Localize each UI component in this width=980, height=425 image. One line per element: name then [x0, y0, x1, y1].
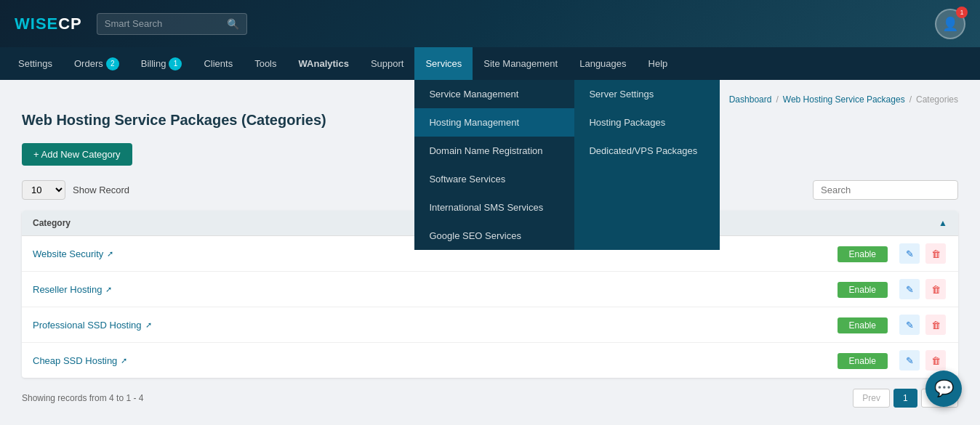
nav-item-services[interactable]: Services Service Management Hosting Mana…: [414, 47, 473, 80]
enable-button[interactable]: Enable: [838, 246, 888, 262]
dropdown-service-management[interactable]: Service Management: [414, 80, 574, 108]
category-link[interactable]: Website Security ➚: [33, 248, 113, 259]
enable-button[interactable]: Enable: [838, 353, 888, 369]
dropdown-international-sms[interactable]: International SMS Services: [414, 193, 574, 222]
table-search-input[interactable]: [813, 180, 958, 200]
dropdown-google-seo[interactable]: Google SEO Services: [414, 222, 574, 250]
nav-item-languages[interactable]: Languages: [569, 47, 637, 80]
dropdown-server-settings[interactable]: Server Settings: [574, 80, 720, 108]
delete-button[interactable]: 🗑: [925, 315, 946, 335]
nav-label-wanalytics: WAnalytics: [299, 58, 349, 69]
dropdown-hosting-management[interactable]: Hosting Management: [414, 108, 574, 137]
dropdown-col-2: Server Settings Hosting Packages Dedicat…: [574, 80, 720, 250]
external-link-icon: ➚: [121, 356, 127, 365]
dropdown-domain-name-registration[interactable]: Domain Name Registration: [414, 137, 574, 165]
avatar-wrap[interactable]: 👤 1: [935, 9, 965, 39]
category-link[interactable]: Professional SSD Hosting ➚: [33, 320, 152, 331]
edit-button[interactable]: ✎: [899, 279, 920, 299]
orders-badge: 2: [106, 57, 119, 70]
nav-label-support: Support: [371, 58, 404, 69]
navigation: Settings Orders 2 Billing 1 Clients Tool…: [0, 47, 980, 80]
table-row: Cheap SSD Hosting ➚ Enable ✎ 🗑: [22, 343, 958, 379]
nav-label-tools: Tools: [254, 58, 276, 69]
table-footer: Showing records from 4 to 1 - 4 Prev 1 N…: [22, 389, 958, 408]
breadcrumb-categories: Categories: [916, 94, 958, 105]
nav-label-clients: Clients: [204, 58, 233, 69]
nav-item-wanalytics[interactable]: WAnalytics: [288, 47, 360, 80]
records-per-page-select[interactable]: 10 25 50 100: [22, 180, 65, 200]
nav-label-settings: Settings: [18, 58, 52, 69]
dropdown-hosting-packages[interactable]: Hosting Packages: [574, 108, 720, 137]
external-link-icon: ➚: [105, 285, 112, 294]
cell-category: Reseller Hosting ➚: [22, 272, 483, 307]
nav-item-settings[interactable]: Settings: [7, 47, 63, 80]
nav-item-orders[interactable]: Orders 2: [63, 47, 130, 80]
table-row: Reseller Hosting ➚ Enable ✎ 🗑: [22, 272, 958, 307]
cell-category: Website Security ➚: [22, 236, 483, 272]
cell-actions: Enable ✎ 🗑: [740, 307, 958, 343]
table-search-area: [813, 180, 958, 200]
prev-page-button[interactable]: Prev: [853, 389, 890, 408]
nav-item-support[interactable]: Support: [360, 47, 415, 80]
col-header-status: ▲: [740, 211, 958, 236]
cell-subcategory: [483, 307, 740, 343]
wanalytics-text: Analytics: [307, 58, 349, 69]
edit-button[interactable]: ✎: [899, 350, 920, 371]
edit-button[interactable]: ✎: [899, 243, 920, 264]
cell-actions: Enable ✎ 🗑: [740, 272, 958, 307]
col-header-category: Category: [22, 211, 483, 236]
header: WISECP 🔍 👤 1: [0, 0, 980, 47]
billing-badge: 1: [169, 57, 182, 70]
cell-subcategory: [483, 272, 740, 307]
notification-badge: 1: [956, 7, 968, 18]
logo: WISECP: [15, 15, 82, 33]
breadcrumb-sep-2: /: [909, 94, 912, 105]
cell-actions: Enable ✎ 🗑: [740, 343, 958, 379]
current-page-button[interactable]: 1: [893, 389, 917, 408]
enable-button[interactable]: Enable: [838, 317, 888, 333]
category-link[interactable]: Cheap SSD Hosting ➚: [33, 355, 127, 366]
chat-button[interactable]: 💬: [925, 371, 962, 407]
edit-button[interactable]: ✎: [899, 315, 920, 335]
services-dropdown: Service Management Hosting Management Do…: [414, 80, 720, 250]
dropdown-software-services[interactable]: Software Services: [414, 165, 574, 193]
nav-label-help: Help: [648, 58, 668, 69]
nav-item-clients[interactable]: Clients: [193, 47, 244, 80]
nav-item-tools[interactable]: Tools: [244, 47, 287, 80]
header-right: 👤 1: [935, 9, 965, 39]
dropdown-col-1: Service Management Hosting Management Do…: [414, 80, 574, 250]
nav-item-site-management[interactable]: Site Management: [473, 47, 569, 80]
nav-label-billing: Billing: [141, 58, 166, 69]
table-row: Professional SSD Hosting ➚ Enable ✎ 🗑: [22, 307, 958, 343]
nav-label-languages: Languages: [579, 58, 626, 69]
cell-actions: Enable ✎ 🗑: [740, 236, 958, 272]
breadcrumb-sep-1: /: [776, 94, 778, 105]
show-record-label: Show Record: [73, 185, 129, 195]
cell-category: Professional SSD Hosting ➚: [22, 307, 483, 343]
nav-label-services: Services: [425, 58, 462, 69]
nav-item-help[interactable]: Help: [638, 47, 679, 80]
add-category-button[interactable]: + Add New Category: [22, 143, 132, 166]
breadcrumb-dashboard[interactable]: Dashboard: [729, 94, 772, 105]
breadcrumb-service-packages[interactable]: Web Hosting Service Packages: [783, 94, 905, 105]
nav-item-billing[interactable]: Billing 1: [130, 47, 193, 80]
dropdown-dedicated-vps[interactable]: Dedicated/VPS Packages: [574, 137, 720, 165]
external-link-icon: ➚: [145, 320, 152, 330]
enable-button[interactable]: Enable: [838, 282, 888, 298]
cell-category: Cheap SSD Hosting ➚: [22, 343, 483, 379]
sort-icon: ▲: [939, 218, 947, 228]
nav-label-orders: Orders: [74, 58, 103, 69]
cell-subcategory: [483, 343, 740, 379]
search-bar[interactable]: 🔍: [97, 13, 247, 35]
category-link[interactable]: Reseller Hosting ➚: [33, 284, 112, 295]
external-link-icon: ➚: [107, 249, 113, 259]
search-input[interactable]: [105, 18, 221, 29]
delete-button[interactable]: 🗑: [925, 243, 946, 264]
nav-label-site-management: Site Management: [483, 58, 558, 69]
search-button[interactable]: 🔍: [227, 18, 239, 30]
delete-button[interactable]: 🗑: [925, 279, 946, 299]
showing-text: Showing records from 4 to 1 - 4: [22, 393, 143, 403]
delete-button[interactable]: 🗑: [925, 350, 946, 371]
